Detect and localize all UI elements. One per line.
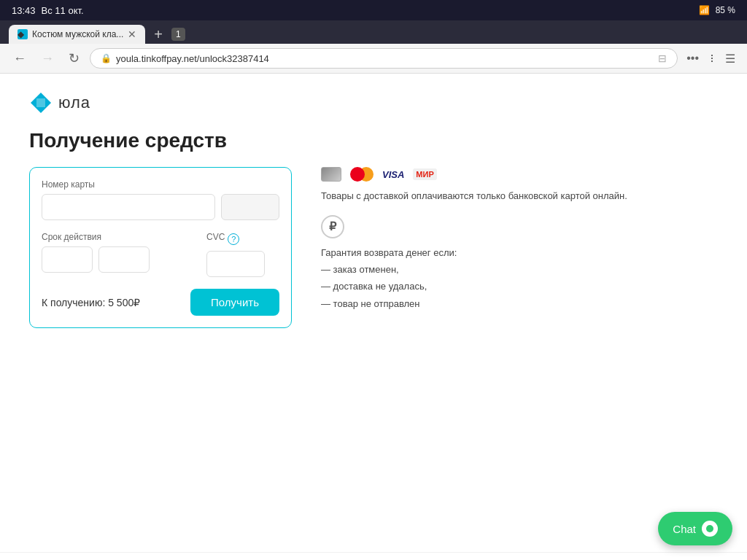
menu-dots-button[interactable]: ••• [684, 49, 702, 68]
tab-favicon: ◆ [18, 29, 28, 39]
url-text: youla.tinkoffpay.net/unlock32387414 [116, 53, 654, 64]
chat-button[interactable]: Chat [658, 512, 732, 545]
cvc-label: CVC [206, 232, 225, 242]
refresh-button[interactable]: ↻ [64, 49, 84, 68]
tab-close-button[interactable]: ✕ [128, 29, 136, 39]
expiry-year-input[interactable] [98, 246, 150, 273]
info-panel: VISA МИР Товары с доставкой оплачиваются… [321, 167, 718, 312]
guarantee-item-2: — доставка не удалась, [321, 278, 718, 295]
card-form: Номер карты Срок действия CVC [29, 167, 292, 328]
expiry-cvc-row: Срок действия CVC ? [42, 232, 279, 277]
nav-bar: ← → ↻ 🔒 youla.tinkoffpay.net/unlock32387… [0, 44, 747, 74]
nav-right-buttons: ••• ⫶ ☰ [684, 49, 738, 69]
amount-label: К получению: 5 500₽ [42, 297, 140, 308]
bank-card-info-text: Товары с доставкой оплачиваются только б… [321, 189, 718, 203]
main-content: Номер карты Срок действия CVC [29, 167, 718, 328]
new-tab-button[interactable]: + [148, 26, 169, 43]
status-bar: 13:43 Вс 11 окт. 📶 85 % [0, 0, 747, 20]
hamburger-button[interactable]: ☰ [722, 49, 738, 69]
card-number-suffix [221, 194, 279, 220]
forward-button[interactable]: → [36, 50, 58, 68]
card-logos: VISA МИР [321, 167, 718, 182]
card-number-field: Номер карты [42, 179, 279, 220]
page-content: юла Получение средств Номер карты Срок д… [0, 74, 747, 552]
address-bar[interactable]: 🔒 youla.tinkoffpay.net/unlock32387414 ⊟ [90, 48, 678, 69]
tab-count: 1 [171, 28, 185, 41]
tab-bar: ◆ Костюм мужской кла... ✕ + 1 [0, 20, 747, 44]
guarantee-section: ₽ Гарантия возврата денег если: — заказ … [321, 215, 718, 313]
expiry-month-input[interactable] [42, 246, 93, 273]
status-time: 13:43 [12, 5, 36, 16]
youla-logo-text: юла [58, 93, 90, 112]
browser-tab[interactable]: ◆ Костюм мужской кла... ✕ [9, 25, 145, 44]
guarantee-item-3: — товар не отправлен [321, 295, 718, 312]
status-left: 13:43 Вс 11 окт. [12, 5, 84, 16]
expiry-label: Срок действия [42, 232, 201, 242]
chat-dot-inner [706, 525, 713, 532]
expiry-group: Срок действия [42, 232, 201, 273]
chat-label: Chat [673, 523, 696, 535]
lock-icon: 🔒 [101, 53, 112, 63]
footer: Интернет-платежи защищены сертификатом S… [0, 552, 747, 560]
expiry-inputs [42, 246, 201, 273]
chat-dot-icon [702, 521, 718, 537]
svg-marker-1 [36, 98, 45, 107]
bookmark-icon: ⊟ [658, 52, 667, 64]
cvc-input[interactable] [206, 251, 265, 277]
back-button[interactable]: ← [9, 50, 31, 68]
guarantee-list: Гарантия возврата денег если: — заказ от… [321, 244, 718, 313]
mir-logo: МИР [413, 168, 436, 180]
ruble-icon: ₽ [329, 219, 336, 233]
youla-diamond-icon [29, 91, 53, 114]
form-bottom: К получению: 5 500₽ Получить [42, 289, 279, 316]
get-funds-button[interactable]: Получить [190, 289, 279, 316]
cvc-help-button[interactable]: ? [228, 233, 239, 245]
history-button[interactable]: ⫶ [706, 49, 718, 68]
card-number-input[interactable] [42, 194, 215, 220]
cvc-label-row: CVC ? [206, 232, 279, 246]
status-right: 📶 85 % [699, 5, 735, 15]
card-number-label: Номер карты [42, 179, 279, 190]
browser-chrome: ◆ Костюм мужской кла... ✕ + 1 [0, 20, 747, 44]
mastercard-icon [350, 167, 374, 182]
wifi-icon: 📶 [699, 5, 710, 15]
page-title: Получение средств [29, 129, 718, 152]
guarantee-item-1: — заказ отменен, [321, 261, 718, 278]
guarantee-title: Гарантия возврата денег если: [321, 244, 718, 261]
bank-card-icon [321, 167, 341, 182]
tab-title: Костюм мужской кла... [32, 29, 123, 39]
visa-logo: VISA [382, 169, 404, 180]
cvc-group: CVC ? [206, 232, 279, 277]
card-number-row [42, 194, 279, 220]
status-date: Вс 11 окт. [42, 5, 84, 16]
battery-text: 85 % [716, 5, 735, 15]
guarantee-icon: ₽ [321, 215, 344, 238]
youla-logo: юла [29, 91, 718, 114]
